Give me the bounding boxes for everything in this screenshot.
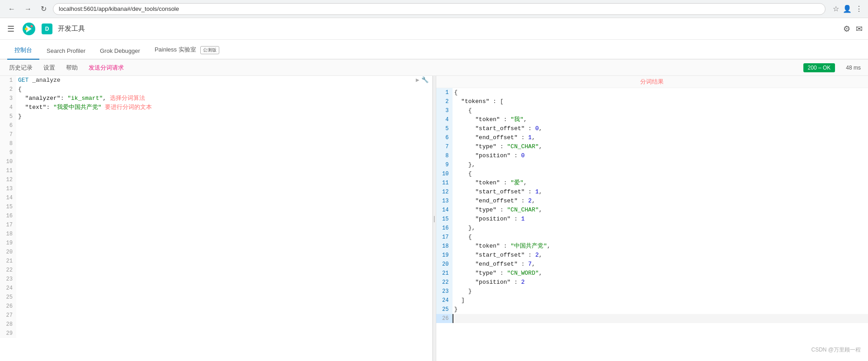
table-row: 29 [0, 329, 432, 338]
line-content: GET _analyze [16, 76, 416, 85]
forward-button[interactable]: → [22, 3, 34, 15]
watermark: CSDN @万里顾一程 [811, 346, 861, 354]
line-content: "start_offset" : 2, [453, 251, 868, 260]
table-row: 14 "type" : "CN_CHAR", [436, 206, 868, 215]
status-badge: 200 – OK [803, 63, 835, 72]
line-content: "type" : "CN_CHAR", [453, 206, 868, 215]
table-row: 4 "text": "我爱中国共产党" 要进行分词的文本 [0, 103, 432, 112]
panel-divider[interactable]: | [433, 76, 436, 361]
table-row: 22 [0, 266, 432, 275]
table-row: 14 [0, 193, 432, 202]
table-row: 28 [0, 320, 432, 329]
line-number: 11 [436, 178, 453, 188]
table-row: 9 }, [436, 160, 868, 169]
line-number: 9 [436, 160, 453, 169]
table-row: 16 [0, 211, 432, 220]
address-bar[interactable] [53, 3, 826, 15]
table-row: 10 { [436, 169, 868, 178]
time-badge: 48 ms [846, 65, 861, 71]
history-button[interactable]: 历史记录 [7, 62, 34, 74]
line-content: "tokens" : [ [453, 97, 868, 106]
back-button[interactable]: ← [5, 3, 18, 15]
line-content: "text": "我爱中国共产党" 要进行分词的文本 [16, 103, 432, 112]
tab-console[interactable]: 控制台 [7, 42, 39, 60]
table-row: 6 [0, 121, 432, 130]
table-row: 17 { [436, 233, 868, 242]
table-row: 19 "start_offset" : 2, [436, 251, 868, 260]
beta-badge: 公测版 [200, 46, 219, 54]
svg-point-2 [31, 25, 33, 27]
line-number: 3 [0, 94, 16, 103]
table-row: 16 }, [436, 224, 868, 233]
line-number: 26 [436, 314, 453, 323]
line-number: 7 [436, 142, 453, 151]
table-row: 6 "end_offset" : 1, [436, 133, 868, 142]
line-number: 24 [436, 296, 453, 305]
right-code-editor[interactable]: 1 { 2 "tokens" : [ 3 { 4 "token" : "我", [436, 88, 868, 361]
table-row: 18 [0, 230, 432, 239]
line-content: "end_offset" : 2, [453, 197, 868, 206]
line-number: 14 [436, 206, 453, 215]
line-number: 22 [436, 278, 453, 287]
line-number: 10 [436, 169, 453, 178]
bookmark-icon[interactable]: ☆ [833, 5, 839, 13]
line-content: "analyzer": "ik_smart", 选择分词算法 [16, 94, 432, 103]
table-row: 9 [0, 148, 432, 157]
table-row: 13 "end_offset" : 2, [436, 197, 868, 206]
table-row: 25 [0, 293, 432, 302]
hamburger-button[interactable]: ☰ [5, 22, 16, 36]
table-row: 23 [0, 275, 432, 284]
svg-point-1 [25, 28, 28, 30]
table-row: 15 "position" : 1 [436, 215, 868, 224]
settings-icon[interactable]: ⚙ [843, 24, 850, 34]
line-number: 18 [436, 242, 453, 251]
table-row: 8 [0, 139, 432, 148]
table-row: 10 [0, 157, 432, 166]
reload-button[interactable]: ↻ [38, 3, 49, 15]
tab-painless[interactable]: Painless 实验室 公测版 [147, 41, 226, 60]
settings-button[interactable]: 设置 [42, 62, 57, 74]
nav-tabs: 控制台 Search Profiler Grok Debugger Painle… [0, 40, 868, 60]
table-row: 20 [0, 248, 432, 257]
browser-bar: ← → ↻ ☆ 👤 ⋮ [0, 0, 868, 18]
wrench-icon[interactable]: 🔧 [421, 76, 429, 85]
run-icon[interactable]: ▶ [416, 76, 420, 85]
table-row: 12 [0, 175, 432, 184]
line-number: 8 [436, 151, 453, 160]
line-number: 3 [436, 106, 453, 115]
line-content: ] [453, 296, 868, 305]
line-number: 4 [0, 103, 16, 112]
line-content: { [453, 106, 868, 115]
line-number: 16 [436, 224, 453, 233]
table-row: 5 } [0, 112, 432, 121]
table-row: 8 "position" : 0 [436, 151, 868, 160]
line-content: } [453, 287, 868, 296]
table-row: 26 [0, 302, 432, 311]
line-number: 19 [436, 251, 453, 260]
line-number: 12 [436, 188, 453, 197]
table-row: 15 [0, 202, 432, 211]
table-row: 18 "token" : "中国共产党", [436, 242, 868, 251]
profile-icon[interactable]: 👤 [843, 5, 852, 13]
mail-icon[interactable]: ✉ [856, 24, 863, 34]
line-number: 2 [436, 97, 453, 106]
toolbar: 历史记录 设置 帮助 发送分词请求 200 – OK 48 ms [0, 60, 868, 76]
line-content: { [16, 85, 432, 94]
send-request-button[interactable]: 发送分词请求 [89, 64, 124, 72]
table-row: 2 "tokens" : [ [436, 97, 868, 106]
line-number: 13 [436, 197, 453, 206]
tab-grok-debugger[interactable]: Grok Debugger [93, 43, 147, 60]
line-content: { [453, 88, 868, 97]
line-content: } [453, 305, 868, 314]
help-button[interactable]: 帮助 [64, 62, 80, 74]
app-header: ☰ D 开发工具 ⚙ ✉ [0, 18, 868, 40]
table-row: 24 [0, 284, 432, 293]
line-content: "position" : 0 [453, 151, 868, 160]
line-number: 5 [436, 124, 453, 133]
left-code-editor[interactable]: 1 GET _analyze ▶ 🔧 2 { 3 "analyzer": "ik… [0, 76, 432, 361]
table-row: 25 } [436, 305, 868, 314]
left-panel: 1 GET _analyze ▶ 🔧 2 { 3 "analyzer": "ik… [0, 76, 433, 361]
browser-menu-icon[interactable]: ⋮ [855, 5, 863, 13]
tab-search-profiler[interactable]: Search Profiler [39, 43, 93, 60]
line-content: } [16, 112, 432, 121]
